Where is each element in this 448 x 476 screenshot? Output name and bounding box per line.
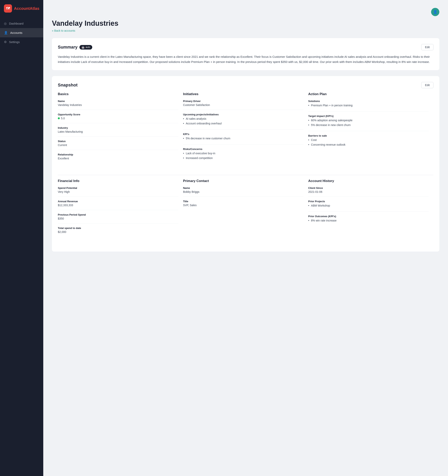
sidebar: 🗺 AccountAtlas ◎ Dashboard 👤 Accounts ⚙ … [0, 0, 43, 476]
sidebar-item-settings[interactable]: ⚙ Settings [0, 37, 43, 47]
field-client-since: Client Since 2021-01-06 [308, 187, 429, 197]
field-value-relationship: Excellent [58, 157, 178, 160]
solutions-list: Premium Plan + in person training [308, 103, 429, 108]
field-value-contact-title: SVP, Sales [183, 204, 304, 207]
field-label-name: Name [58, 100, 178, 102]
field-label-target-impact: Target impact (KPI's) [308, 115, 429, 118]
prior-outcomes-list: 8% win rate increase [308, 219, 429, 223]
list-item: 60% adoption among salespeople [308, 118, 429, 122]
auto-badge-label: auto [86, 46, 90, 49]
field-label-opportunity-score: Opportunity Score [58, 113, 178, 116]
list-item: Lack of executive buy-in [183, 151, 304, 155]
field-label-primary-driver: Primary Driver [183, 100, 304, 102]
field-label-industry: Industry [58, 126, 178, 129]
field-upcoming-projects: Upcoming projects/initiatives AI sales a… [183, 113, 304, 130]
kpis-list: 5% decrease in new customer churn [183, 136, 304, 141]
field-label-annual-revenue: Annual Revenue [58, 200, 178, 203]
sidebar-nav: ◎ Dashboard 👤 Accounts ⚙ Settings [0, 17, 43, 49]
barriers-list: Cost Concerning revenue outlook [308, 138, 429, 147]
initiatives-title: Initiatives [183, 92, 304, 96]
field-primary-driver: Primary Driver Customer Satisfaction [183, 100, 304, 110]
back-chevron-icon: « [52, 29, 53, 32]
sidebar-item-dashboard[interactable]: ◎ Dashboard [0, 19, 43, 28]
field-status: Status Current [58, 140, 178, 150]
snapshot-bottom-grid: Financial Info Spend Potential Very High… [58, 175, 433, 246]
initiatives-section: Initiatives Primary Driver Customer Sati… [183, 92, 308, 173]
field-value-contact-name: Bobby Briggs [183, 190, 304, 193]
basics-section: Basics Name Vandelay Industries Opportun… [58, 92, 183, 173]
field-total-spend: Total spend to date $2,000 [58, 227, 178, 237]
field-label-relationship: Relationship [58, 153, 178, 156]
list-item: AI sales analysis [183, 117, 304, 121]
field-value-total-spend: $2,000 [58, 230, 178, 233]
score-value: 5.0 [61, 117, 65, 120]
summary-text: Vandelay Industries is a current client … [58, 54, 433, 64]
snapshot-card-header: Snapshot Edit [58, 82, 433, 88]
summary-card-header: Summary 🤖 auto Edit [58, 44, 433, 50]
field-contact-title: Title SVP, Sales [183, 200, 304, 210]
account-history-section: Account History Client Since 2021-01-06 … [308, 179, 433, 246]
field-value-status: Current [58, 143, 178, 147]
field-barriers-to-sale: Barriers to sale Cost Concerning revenue… [308, 134, 429, 151]
field-value-opportunity-score: 5.0 [58, 117, 178, 120]
primary-contact-title: Primary Contact [183, 179, 304, 183]
main-content: 👤 Vandelay Industries « Back to accounts… [43, 0, 448, 476]
topbar: 👤 [52, 8, 439, 16]
action-plan-title: Action Plan [308, 92, 429, 96]
field-target-impact: Target impact (KPI's) 60% adoption among… [308, 115, 429, 131]
field-value-industry: Latex Manufacturing [58, 130, 178, 133]
field-label-previous-period-spend: Previous Period Spend [58, 213, 178, 216]
field-prior-outcomes: Prior Outcomes (KPI's) 8% win rate incre… [308, 215, 429, 227]
field-label-upcoming-projects: Upcoming projects/initiatives [183, 113, 304, 116]
back-to-accounts-link[interactable]: « Back to accounts [52, 29, 439, 32]
field-relationship: Relationship Excellent [58, 153, 178, 163]
field-label-barriers-to-sale: Barriers to sale [308, 134, 429, 137]
field-label-kpis: KPI's [183, 133, 304, 136]
field-label-risks-concerns: Risks/Concerns [183, 147, 304, 151]
snapshot-edit-button[interactable]: Edit [421, 82, 433, 88]
list-item: 5% decrease in new client churn [308, 123, 429, 127]
list-item: ABM Workshop [308, 204, 429, 208]
auto-badge: 🤖 auto [80, 45, 92, 50]
list-item: Increased competition [183, 156, 304, 160]
snapshot-top-grid: Basics Name Vandelay Industries Opportun… [58, 92, 433, 173]
prior-projects-list: ABM Workshop [308, 204, 429, 208]
field-solutions: Solutions Premium Plan + in person train… [308, 100, 429, 111]
logo-text: AccountAtlas [14, 6, 39, 11]
field-label-status: Status [58, 140, 178, 143]
basics-title: Basics [58, 92, 178, 96]
summary-edit-button[interactable]: Edit [421, 44, 433, 50]
logo-icon: 🗺 [4, 4, 12, 13]
score-dot [58, 117, 60, 119]
snapshot-title: Snapshot [58, 83, 77, 88]
app-layout: 🗺 AccountAtlas ◎ Dashboard 👤 Accounts ⚙ … [0, 0, 448, 476]
upcoming-projects-list: AI sales analysis Account onboarding ove… [183, 117, 304, 125]
snapshot-card: Snapshot Edit Basics Name Vandelay Indus… [52, 76, 439, 252]
list-item: 5% decrease in new customer churn [183, 136, 304, 141]
sidebar-item-label-settings: Settings [9, 40, 20, 44]
sidebar-item-accounts[interactable]: 👤 Accounts [0, 28, 43, 37]
field-value-previous-period-spend: $350 [58, 217, 178, 220]
field-value-primary-driver: Customer Satisfaction [183, 103, 304, 107]
field-label-spend-potential: Spend Potential [58, 187, 178, 189]
sidebar-item-label-accounts: Accounts [10, 31, 23, 34]
list-item: 8% win rate increase [308, 219, 429, 223]
field-kpis: KPI's 5% decrease in new customer churn [183, 133, 304, 144]
snapshot-title-text: Snapshot [58, 83, 77, 88]
field-label-total-spend: Total spend to date [58, 227, 178, 230]
field-value-annual-revenue: $12,333,333 [58, 204, 178, 207]
primary-contact-section: Primary Contact Name Bobby Briggs Title … [183, 179, 308, 246]
summary-title: Summary 🤖 auto [58, 45, 92, 50]
list-item: Account onboarding overhaul [183, 121, 304, 125]
summary-title-text: Summary [58, 45, 77, 50]
field-risks-concerns: Risks/Concerns Lack of executive buy-in … [183, 147, 304, 164]
action-plan-section: Action Plan Solutions Premium Plan + in … [308, 92, 433, 173]
field-value-spend-potential: Very High [58, 190, 178, 193]
financial-info-title: Financial Info [58, 179, 178, 183]
field-label-client-since: Client Since [308, 187, 429, 189]
account-history-title: Account History [308, 179, 429, 183]
robot-icon: 🤖 [81, 46, 85, 49]
dashboard-icon: ◎ [4, 22, 7, 25]
logo-accent: Atlas [30, 6, 39, 11]
user-avatar[interactable]: 👤 [431, 8, 439, 16]
